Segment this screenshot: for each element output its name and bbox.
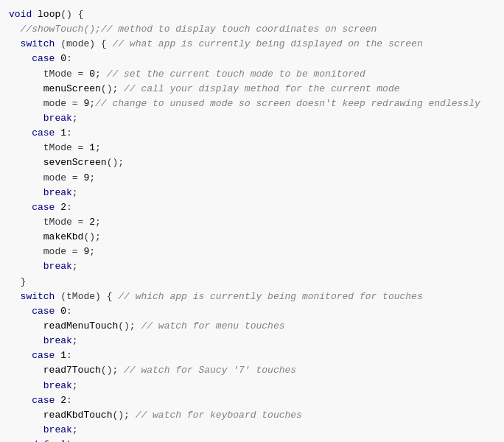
code-content: void loop() { //showTouch();// method to… (9, 7, 495, 442)
code-editor[interactable]: void loop() { //showTouch();// method to… (0, 0, 504, 442)
